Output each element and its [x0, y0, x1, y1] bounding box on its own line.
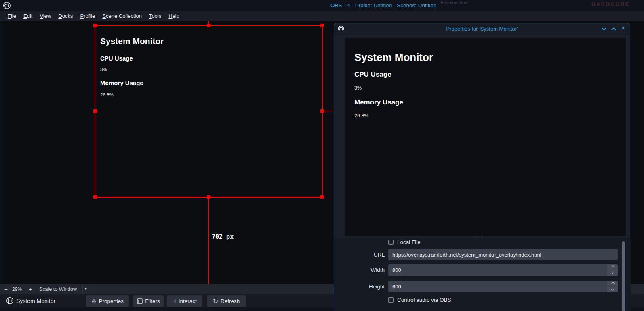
background-ghost-logo: HARDCORE [591, 1, 630, 7]
properties-button-label: Properties [99, 298, 124, 304]
source-selection-box[interactable] [95, 25, 323, 198]
resize-handle-middle-left[interactable] [93, 109, 97, 113]
local-file-label: Local File [397, 239, 421, 245]
separator [94, 285, 94, 294]
height-spinner [607, 281, 618, 292]
separator [82, 285, 83, 294]
preview-mem-label: Memory Usage [354, 98, 403, 106]
zoom-in-button[interactable]: + [27, 286, 34, 293]
window-title: OBS --4 - Profile: Untitled - Scenes: Un… [330, 2, 437, 8]
dialog-titlebar[interactable]: Properties for 'System Monitor' × [334, 23, 630, 34]
resize-handle-top-left[interactable] [93, 24, 97, 27]
menu-file[interactable]: File [4, 11, 20, 21]
preview-cpu-value: 3% [354, 85, 362, 91]
refresh-icon: ↻ [213, 298, 218, 304]
width-spinner [607, 264, 618, 276]
splitter-handle[interactable] [474, 236, 483, 236]
width-input[interactable] [388, 264, 618, 276]
menu-bar: File Edit View Docks Profile Scene Colle… [0, 11, 644, 21]
measure-label: 702 px [212, 233, 234, 240]
source-preview: System Monitor CPU Usage 3% Memory Usage… [345, 38, 626, 236]
url-input[interactable] [388, 249, 618, 260]
preview-overlay-title: System Monitor [354, 51, 433, 64]
close-icon[interactable]: × [621, 25, 625, 32]
measure-line-horizontal [323, 111, 334, 111]
preview-mem-value: 26.8% [354, 113, 368, 119]
dock-edge-line [2, 21, 2, 284]
selected-source-name: System Monitor [16, 298, 55, 304]
window-titlebar: OBS --4 - Profile: Untitled - Scenes: Un… [0, 0, 644, 11]
height-spin-up-icon[interactable] [607, 281, 618, 286]
measure-line-vertical [208, 198, 209, 284]
pointer-hand-icon: ☝ [173, 298, 176, 304]
obs-window: OBS --4 - Profile: Untitled - Scenes: Un… [0, 0, 644, 311]
width-spin-up-icon[interactable] [607, 264, 618, 270]
local-file-checkbox[interactable] [388, 240, 394, 245]
scale-mode-select[interactable]: Scale to Window [39, 286, 77, 292]
scale-dropdown-icon[interactable]: ▼ [84, 287, 88, 291]
properties-dialog: Properties for 'System Monitor' × System… [334, 23, 630, 311]
menu-scene-collection[interactable]: Scene Collection [99, 11, 145, 21]
control-audio-checkbox[interactable] [388, 297, 394, 303]
interact-button[interactable]: ☝ Interact [167, 295, 202, 307]
globe-icon [6, 297, 14, 305]
filters-icon [137, 298, 143, 304]
width-spin-down-icon[interactable] [607, 270, 618, 276]
gear-icon: ⚙ [91, 298, 97, 304]
properties-form: Local File URL Width Height Control audi… [334, 238, 631, 311]
width-label: Width [350, 267, 385, 273]
resize-handle-bottom-left[interactable] [93, 195, 97, 199]
resize-handle-top-right[interactable] [320, 24, 324, 27]
menu-help[interactable]: Help [165, 11, 183, 21]
interact-button-label: Interact [179, 298, 197, 304]
refresh-button-label: Refresh [221, 298, 240, 304]
dialog-title: Properties for 'System Monitor' [334, 26, 630, 32]
properties-button[interactable]: ⚙ Properties [86, 295, 129, 307]
url-label: URL [350, 252, 385, 258]
menu-profile[interactable]: Profile [76, 11, 99, 21]
form-scrollbar[interactable] [622, 241, 625, 311]
height-spin-down-icon[interactable] [607, 287, 618, 292]
preview-cpu-label: CPU Usage [354, 71, 391, 79]
background-ghost-text: Filmene dine [441, 0, 467, 5]
filters-button-label: Filters [145, 298, 160, 304]
menu-tools[interactable]: Tools [145, 11, 165, 21]
zoom-level: 29% [12, 286, 22, 292]
refresh-button[interactable]: ↻ Refresh [207, 295, 246, 307]
filters-button[interactable]: Filters [133, 295, 164, 307]
resize-handle-bottom-right[interactable] [320, 195, 324, 199]
menu-edit[interactable]: Edit [20, 11, 36, 21]
height-input[interactable] [388, 281, 618, 292]
obs-logo-icon [3, 2, 11, 10]
control-audio-label: Control audio via OBS [397, 297, 451, 303]
menu-docks[interactable]: Docks [55, 11, 76, 21]
height-label: Height [350, 284, 385, 290]
separator [36, 285, 36, 294]
menu-view[interactable]: View [36, 11, 55, 21]
zoom-out-button[interactable]: − [2, 286, 10, 293]
measure-tick-top [208, 21, 209, 26]
